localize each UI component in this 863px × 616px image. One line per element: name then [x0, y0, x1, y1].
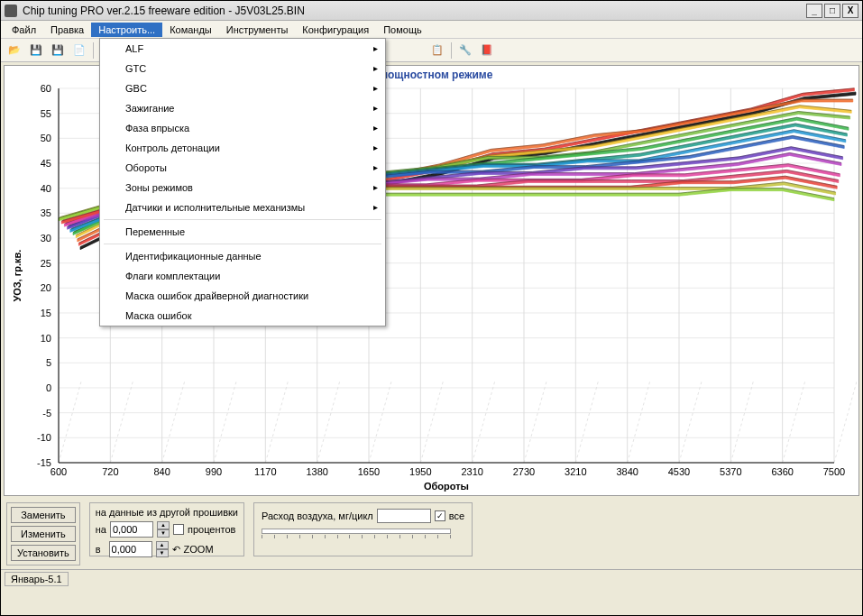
svg-line-25 [473, 382, 495, 463]
svg-line-46 [834, 382, 857, 463]
menu-Файл[interactable]: Файл [5, 23, 43, 37]
dropdown-item-13[interactable]: Флаги комплектации [100, 266, 385, 286]
svg-text:7500: 7500 [823, 466, 845, 477]
dropdown-item-3[interactable]: Зажигание [100, 98, 385, 118]
svg-line-28 [524, 382, 546, 463]
svg-text:840: 840 [153, 466, 170, 477]
toolbar-separator [93, 42, 94, 59]
svg-text:Обороты: Обороты [424, 481, 469, 492]
svg-text:-15: -15 [37, 457, 51, 468]
v-label: в [96, 544, 106, 555]
bottom-panel: Заменить Изменить Установить на данные и… [1, 499, 862, 569]
save-all-icon[interactable]: 💾 [50, 42, 66, 59]
svg-line-22 [420, 382, 443, 463]
svg-line-37 [679, 382, 702, 463]
window-titlebar: Chip tuning PRO ver.2.15 freeware editio… [1, 1, 862, 21]
svg-line-19 [369, 382, 391, 463]
dropdown-item-10[interactable]: Переменные [100, 222, 385, 242]
svg-text:55: 55 [41, 108, 51, 119]
svg-text:2730: 2730 [513, 466, 535, 477]
percent-checkbox[interactable] [173, 524, 184, 535]
dropdown-item-1[interactable]: GTC [100, 59, 385, 78]
svg-text:30: 30 [41, 233, 51, 244]
svg-text:3210: 3210 [565, 466, 586, 477]
svg-text:1650: 1650 [358, 466, 380, 477]
menu-Команды[interactable]: Команды [162, 23, 219, 37]
dropdown-item-6[interactable]: Обороты [100, 158, 385, 178]
menu-Помощь[interactable]: Помощь [376, 23, 429, 37]
svg-text:50: 50 [41, 133, 51, 143]
maximize-button[interactable]: □ [824, 4, 840, 18]
replace-button[interactable]: Заменить [11, 507, 76, 523]
dropdown-separator [104, 219, 381, 220]
value-fieldset: на данные из другой прошивки на ▲▼ проце… [89, 502, 244, 556]
zoom-button[interactable]: ZOOM [184, 544, 214, 555]
other-firmware-label: на данные из другой прошивки [96, 507, 238, 518]
dropdown-item-15[interactable]: Маска ошибок [100, 306, 385, 326]
dropdown-item-14[interactable]: Маска ошибок драйверной диагностики [100, 286, 385, 306]
help-icon[interactable]: 📕 [479, 42, 495, 59]
svg-text:1950: 1950 [409, 466, 431, 477]
open-icon[interactable]: 📂 [6, 42, 23, 59]
svg-text:1170: 1170 [254, 466, 276, 477]
undo-icon[interactable]: ↶ [172, 544, 180, 556]
menu-Конфигурация[interactable]: Конфигурация [295, 23, 376, 37]
svg-line-7 [162, 382, 185, 463]
svg-text:3840: 3840 [616, 466, 638, 477]
v-spinner[interactable]: ▲▼ [156, 541, 169, 557]
v-input[interactable] [109, 541, 152, 557]
svg-text:6360: 6360 [771, 466, 793, 477]
svg-text:990: 990 [206, 466, 222, 477]
menu-Правка[interactable]: Правка [43, 23, 91, 37]
svg-line-40 [730, 382, 753, 463]
na-input[interactable] [110, 521, 153, 538]
menu-Настроить...[interactable]: Настроить... [91, 23, 162, 37]
svg-text:60: 60 [41, 84, 51, 94]
slider-ticks [262, 535, 451, 538]
dropdown-item-2[interactable]: GBC [100, 78, 385, 98]
statusbar: Январь-5.1 [1, 569, 862, 587]
svg-text:10: 10 [41, 333, 51, 344]
svg-text:45: 45 [41, 158, 51, 169]
svg-text:720: 720 [102, 466, 118, 477]
air-input[interactable] [377, 509, 431, 523]
menubar: ФайлПравкаНастроить...КомандыИнструменты… [1, 21, 862, 39]
na-spinner[interactable]: ▲▼ [157, 521, 170, 538]
svg-text:4530: 4530 [668, 466, 690, 477]
svg-text:0: 0 [46, 382, 51, 393]
close-button[interactable]: X [842, 4, 858, 18]
air-slider[interactable] [262, 529, 451, 534]
svg-line-16 [317, 382, 340, 463]
svg-line-1 [59, 382, 81, 463]
saveas-icon[interactable]: 📄 [71, 42, 87, 59]
svg-text:УОЗ, гр.кв.: УОЗ, гр.кв. [12, 250, 23, 302]
svg-text:600: 600 [50, 466, 67, 477]
all-checkbox[interactable]: ✓ [435, 510, 445, 521]
window-title: Chip tuning PRO ver.2.15 freeware editio… [23, 5, 804, 17]
svg-line-13 [265, 382, 288, 463]
tool-icon-1[interactable]: 🔧 [457, 42, 473, 59]
svg-line-4 [110, 382, 133, 463]
svg-line-10 [214, 382, 236, 463]
dropdown-item-8[interactable]: Датчики и исполнительные механизмы [100, 198, 385, 217]
na-label: на [96, 524, 106, 535]
dropdown-item-4[interactable]: Фаза впрыска [100, 118, 385, 138]
minimize-button[interactable]: _ [806, 4, 822, 18]
change-button[interactable]: Изменить [11, 526, 76, 542]
save-icon[interactable]: 💾 [28, 42, 44, 59]
dropdown-item-0[interactable]: ALF [100, 39, 385, 59]
svg-text:25: 25 [41, 258, 51, 269]
svg-text:20: 20 [41, 282, 51, 293]
set-button[interactable]: Установить [11, 545, 76, 561]
dropdown-item-7[interactable]: Зоны режимов [100, 178, 385, 198]
app-icon [5, 5, 17, 17]
status-cell: Январь-5.1 [5, 572, 69, 586]
svg-text:-5: -5 [42, 408, 51, 418]
clipboard-icon[interactable]: 📋 [429, 42, 445, 59]
dropdown-item-5[interactable]: Контроль детонации [100, 138, 385, 158]
action-buttons: Заменить Изменить Установить [6, 502, 80, 565]
menu-Инструменты[interactable]: Инструменты [219, 23, 296, 37]
svg-line-43 [783, 382, 805, 463]
dropdown-item-12[interactable]: Идентификационные данные [100, 246, 385, 266]
svg-line-34 [628, 382, 650, 463]
